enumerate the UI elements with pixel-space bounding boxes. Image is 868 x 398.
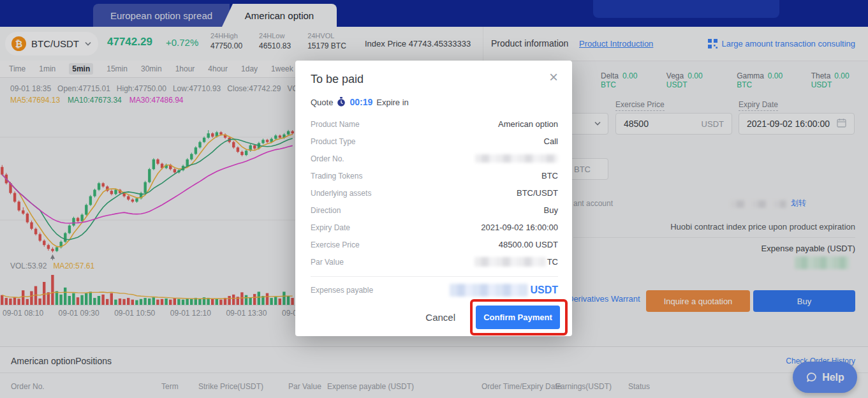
expenses-currency: USDT — [530, 284, 558, 296]
modal-row-label: Direction — [311, 206, 341, 215]
expenses-payable-value: USDT — [450, 284, 558, 297]
modal-rows: Product NameAmerican optionProduct TypeC… — [311, 115, 558, 270]
countdown-timer: 00:19 — [349, 97, 372, 107]
modal-row-label: Trading Tokens — [311, 172, 362, 181]
modal-row-value: TC — [474, 257, 558, 267]
divider — [311, 276, 558, 277]
modal-row-value: 48500.00 USDT — [499, 240, 558, 249]
modal-row-product-type: Product TypeCall — [311, 133, 558, 150]
quote-timer-row: Quote 00:19 Expire in — [311, 97, 409, 107]
modal-row-value: BTC — [541, 171, 558, 181]
modal-row-par-value: Par ValueTC — [311, 253, 558, 270]
cancel-button[interactable]: Cancel — [425, 312, 455, 323]
expenses-payable-label: Expenses payable — [311, 286, 373, 295]
modal-row-value: American option — [498, 119, 558, 129]
modal-row-exercise-price: Exercise Price48500.00 USDT — [311, 236, 558, 253]
modal-row-value: BTC/USDT — [517, 188, 558, 198]
app-screen: European option spreadAmerican option ₿ … — [0, 0, 868, 398]
modal-title: To be paid — [311, 73, 364, 86]
modal-row-text: 2021-09-02 16:00:00 — [481, 223, 558, 232]
expire-label: Expire in — [376, 98, 409, 107]
modal-row-text: American option — [498, 119, 558, 129]
expenses-amount-redacted — [450, 284, 527, 297]
modal-row-label: Order No. — [311, 154, 344, 163]
modal-row-trading-tokens: Trading TokensBTC — [311, 167, 558, 184]
expenses-row: Expenses payable USDT — [311, 284, 558, 297]
modal-row-label: Product Name — [311, 120, 360, 129]
redacted-value — [475, 154, 558, 163]
payment-modal: To be paid × Quote 00:19 Expire in Produ… — [295, 61, 572, 336]
modal-row-text: Buy — [544, 205, 558, 215]
modal-row-order-no: Order No. — [311, 150, 558, 167]
modal-row-text: TC — [547, 257, 558, 267]
modal-row-product-name: Product NameAmerican option — [311, 115, 558, 133]
close-icon[interactable]: × — [549, 70, 558, 85]
stopwatch-icon — [337, 97, 346, 107]
modal-row-label: Expiry Date — [311, 223, 350, 232]
modal-row-label: Par Value — [311, 258, 344, 267]
modal-row-value: 2021-09-02 16:00:00 — [481, 223, 558, 232]
modal-row-text: Call — [544, 136, 558, 146]
modal-row-label: Underlying assets — [311, 189, 371, 198]
annotation-highlight-box — [470, 299, 568, 335]
modal-row-label: Exercise Price — [311, 240, 360, 249]
modal-row-text: BTC — [541, 171, 558, 181]
modal-row-underlying-assets: Underlying assetsBTC/USDT — [311, 184, 558, 202]
modal-row-text: 48500.00 USDT — [499, 240, 558, 249]
modal-row-text: BTC/USDT — [517, 188, 558, 198]
modal-row-label: Product Type — [311, 137, 356, 146]
quote-label: Quote — [311, 98, 333, 107]
modal-row-direction: DirectionBuy — [311, 202, 558, 219]
modal-row-expiry-date: Expiry Date2021-09-02 16:00:00 — [311, 219, 558, 236]
modal-row-value — [475, 154, 558, 163]
modal-row-value: Buy — [544, 205, 558, 215]
modal-row-value: Call — [544, 136, 558, 146]
redacted-value — [474, 257, 546, 267]
